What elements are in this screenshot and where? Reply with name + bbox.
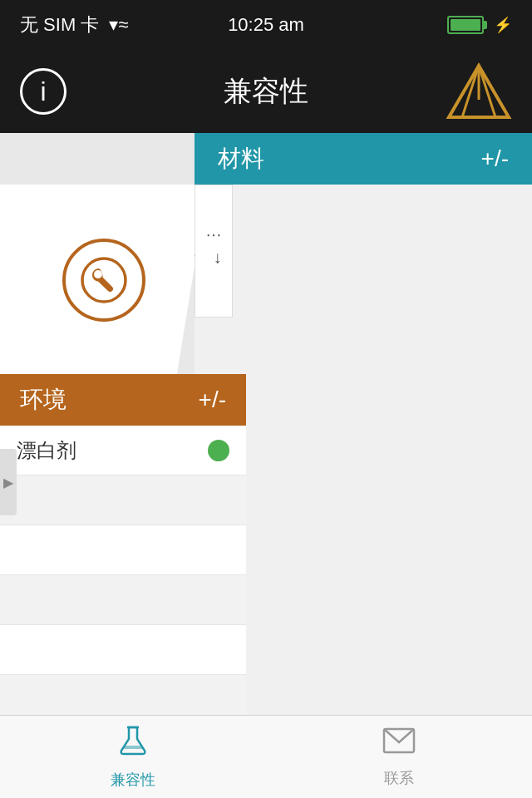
svg-point-5 (94, 270, 102, 278)
environment-list: 漂白剂 (0, 426, 246, 765)
list-item[interactable] (0, 525, 246, 575)
list-item[interactable] (0, 625, 246, 675)
app-header: i 兼容性 (0, 50, 532, 133)
material-card (0, 185, 208, 376)
scroll-indicator[interactable]: ▶ (0, 449, 17, 515)
battery-icon (447, 16, 484, 34)
rotated-tab-label: ↑ 橡… (205, 230, 222, 272)
mail-svg (382, 726, 416, 756)
info-label: i (40, 76, 46, 107)
status-carrier: 无 SIM 卡 ▾≈ (20, 12, 128, 37)
wrench-icon (81, 257, 127, 303)
list-item[interactable]: 漂白剂 (0, 426, 246, 475)
flask-icon (116, 724, 150, 765)
environment-header: 环境 +/- (0, 374, 246, 426)
page-title: 兼容性 (224, 72, 308, 111)
info-button[interactable]: i (20, 68, 66, 115)
materials-title: 材料 (218, 143, 264, 175)
tab-compatibility-label: 兼容性 (111, 770, 155, 790)
materials-header: 材料 +/- (195, 133, 532, 185)
tab-contact-label: 联系 (384, 768, 414, 788)
tab-bar: 兼容性 联系 (0, 715, 532, 798)
flask-svg (116, 724, 150, 757)
logo-svg (446, 62, 512, 121)
charging-icon: ⚡ (494, 16, 512, 34)
compatibility-dot-green (208, 440, 229, 461)
status-time: 10:25 am (228, 14, 304, 36)
scroll-arrow-icon: ▶ (3, 475, 13, 490)
status-right: ⚡ (447, 16, 512, 34)
environment-section: 环境 +/- 漂白剂 (0, 374, 246, 765)
row-label: 漂白剂 (17, 437, 76, 464)
env-title: 环境 (20, 384, 66, 416)
content-area: 材料 +/- ↑ 橡… 环境 +/- (0, 133, 532, 765)
mail-icon (382, 726, 416, 763)
wifi-icon: ▾≈ (109, 14, 128, 36)
tab-contact[interactable]: 联系 (266, 726, 532, 788)
status-bar: 无 SIM 卡 ▾≈ 10:25 am ⚡ (0, 0, 532, 50)
app-logo (446, 62, 512, 121)
materials-plus-minus[interactable]: +/- (481, 145, 509, 172)
tab-compatibility[interactable]: 兼容性 (0, 724, 266, 790)
list-item[interactable] (0, 475, 246, 525)
list-item[interactable] (0, 575, 246, 625)
env-plus-minus[interactable]: +/- (199, 387, 226, 413)
material-icon (62, 239, 145, 322)
carrier-text: 无 SIM 卡 (20, 12, 99, 37)
